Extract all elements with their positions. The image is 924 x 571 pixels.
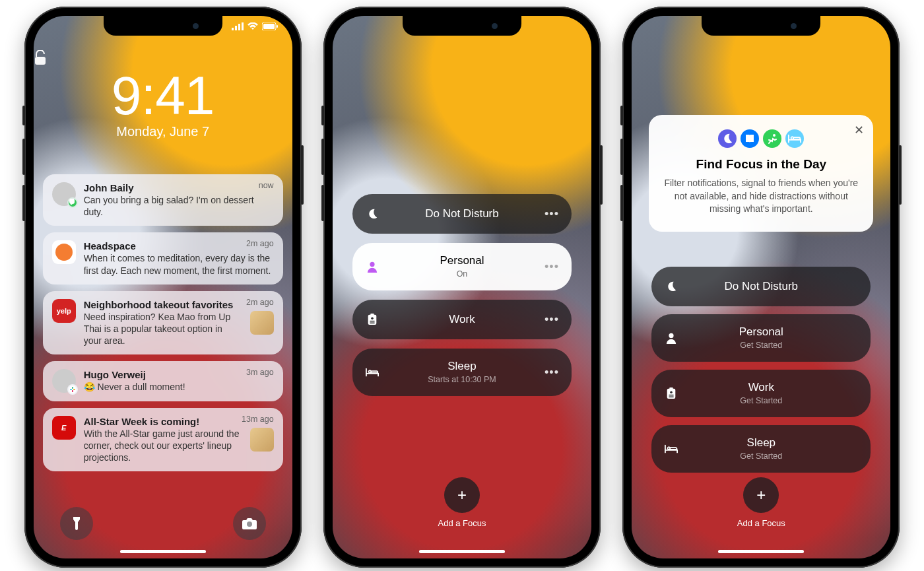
svg-point-19 — [773, 134, 776, 137]
onboarding-body: Filter notifications, signal to friends … — [663, 177, 859, 216]
svg-point-20 — [669, 333, 674, 338]
notification-title: Neighborhood takeout favorites — [84, 299, 242, 310]
focus-title: Work — [748, 381, 774, 394]
svg-rect-15 — [370, 314, 374, 316]
svg-rect-6 — [277, 25, 278, 28]
more-icon[interactable]: ••• — [544, 207, 560, 221]
focus-personal[interactable]: PersonalGet Started — [651, 314, 871, 362]
phone-focus-list: Do Not Disturb•••PersonalOn•••Work•••Sle… — [323, 7, 601, 568]
moon-icon — [663, 281, 679, 292]
notification-time: 3m ago — [246, 368, 274, 377]
add-focus-button[interactable]: + — [743, 477, 779, 513]
person-icon — [364, 261, 380, 273]
clock: 9:41 — [34, 69, 292, 123]
onboarding-icons — [663, 129, 859, 148]
more-icon[interactable]: ••• — [544, 260, 560, 274]
svg-rect-8 — [70, 389, 72, 390]
book-icon — [741, 129, 759, 148]
notification-time: now — [259, 181, 274, 190]
notification-time: 2m ago — [246, 298, 274, 307]
notification-message: With the All-Star game just around the c… — [84, 428, 242, 464]
svg-rect-18 — [370, 323, 374, 323]
notification[interactable]: John BailyCan you bring a big salad? I'm… — [43, 174, 283, 226]
person-icon — [663, 332, 679, 344]
notification-message: Can you bring a big salad? I'm on desser… — [84, 194, 274, 218]
notification[interactable]: Hugo Verweij😂 Never a dull moment!3m ago — [43, 361, 283, 401]
focus-sleep[interactable]: SleepGet Started — [651, 425, 871, 473]
focus-subtitle: Starts at 10:30 PM — [428, 375, 496, 385]
home-indicator[interactable] — [120, 550, 206, 553]
svg-rect-3 — [242, 22, 244, 30]
svg-rect-17 — [370, 321, 374, 321]
focus-work[interactable]: Work••• — [352, 300, 572, 339]
date: Monday, June 7 — [34, 124, 292, 139]
signal-icon — [232, 22, 244, 30]
focus-list: Do Not Disturb•••PersonalOn•••Work•••Sle… — [352, 194, 572, 396]
notification[interactable]: EAll-Star Week is coming!With the All-St… — [43, 408, 283, 472]
more-icon[interactable]: ••• — [544, 313, 560, 327]
notification-message: When it comes to meditation, every day i… — [84, 252, 274, 276]
focus-work[interactable]: WorkGet Started — [651, 370, 871, 417]
focus-personal[interactable]: PersonalOn••• — [352, 243, 572, 290]
focus-do-not-disturb[interactable]: Do Not Disturb — [651, 267, 871, 306]
notification-title: All-Star Week is coming! — [84, 416, 242, 427]
add-focus-label: Add a Focus — [438, 518, 486, 528]
home-indicator[interactable] — [718, 550, 804, 553]
status-bar — [232, 22, 278, 30]
home-indicator[interactable] — [419, 550, 505, 553]
notification-thumbnail — [250, 428, 274, 452]
focus-subtitle: Get Started — [740, 396, 782, 406]
add-focus-button[interactable]: + — [444, 477, 480, 513]
svg-rect-0 — [232, 28, 234, 30]
notification-time: 13m ago — [242, 415, 274, 424]
more-icon[interactable]: ••• — [544, 366, 560, 380]
moon-icon — [718, 129, 737, 148]
notification-title: Headspace — [84, 240, 274, 252]
svg-point-13 — [370, 262, 374, 267]
svg-rect-22 — [670, 387, 673, 389]
wifi-icon — [248, 22, 258, 30]
add-focus-label: Add a Focus — [737, 518, 785, 528]
svg-rect-11 — [72, 390, 73, 392]
notification-title: John Baily — [84, 182, 274, 193]
focus-do-not-disturb[interactable]: Do Not Disturb••• — [352, 194, 572, 234]
notification[interactable]: HeadspaceWhen it comes to meditation, ev… — [43, 232, 283, 284]
run-icon — [763, 129, 781, 148]
bed-icon — [663, 444, 679, 453]
phone-lockscreen: 9:41 Monday, June 7 John BailyCan you br… — [24, 7, 302, 568]
notification-message: Need inspiration? Kea Mao from Up Thai i… — [84, 311, 242, 347]
moon-icon — [364, 208, 380, 220]
focus-title: Personal — [739, 325, 783, 339]
focus-subtitle: On — [457, 269, 468, 279]
svg-point-23 — [671, 391, 673, 393]
flashlight-button[interactable] — [60, 507, 93, 540]
onboarding-card: ✕ Find Focus in the Day Filter notificat… — [649, 115, 873, 232]
focus-title: Personal — [440, 254, 484, 267]
badge-icon — [663, 387, 679, 399]
focus-title: Sleep — [747, 436, 776, 450]
svg-rect-25 — [669, 397, 674, 397]
focus-list: Do Not DisturbPersonalGet StartedWorkGet… — [651, 267, 871, 473]
svg-point-16 — [371, 317, 374, 319]
unlock-icon — [34, 50, 292, 66]
focus-title: Do Not Disturb — [725, 280, 798, 293]
bed-icon — [785, 129, 804, 148]
svg-rect-10 — [73, 389, 75, 390]
notification-title: Hugo Verweij — [84, 369, 274, 380]
svg-rect-5 — [263, 24, 275, 29]
camera-button[interactable] — [233, 507, 266, 540]
battery-icon — [262, 22, 278, 30]
onboarding-title: Find Focus in the Day — [663, 157, 859, 172]
notification-list[interactable]: John BailyCan you bring a big salad? I'm… — [43, 174, 283, 471]
svg-rect-2 — [238, 24, 240, 30]
focus-title: Work — [449, 313, 475, 326]
close-icon[interactable]: ✕ — [854, 123, 864, 137]
svg-rect-7 — [35, 57, 46, 65]
phone-focus-onboarding: ✕ Find Focus in the Day Filter notificat… — [622, 7, 900, 568]
svg-rect-24 — [669, 395, 674, 395]
svg-point-12 — [247, 521, 252, 527]
notification-thumbnail — [250, 311, 274, 335]
focus-title: Do Not Disturb — [425, 207, 498, 220]
notification[interactable]: yelpNeighborhood takeout favoritesNeed i… — [43, 291, 283, 355]
focus-sleep[interactable]: SleepStarts at 10:30 PM••• — [352, 349, 572, 396]
